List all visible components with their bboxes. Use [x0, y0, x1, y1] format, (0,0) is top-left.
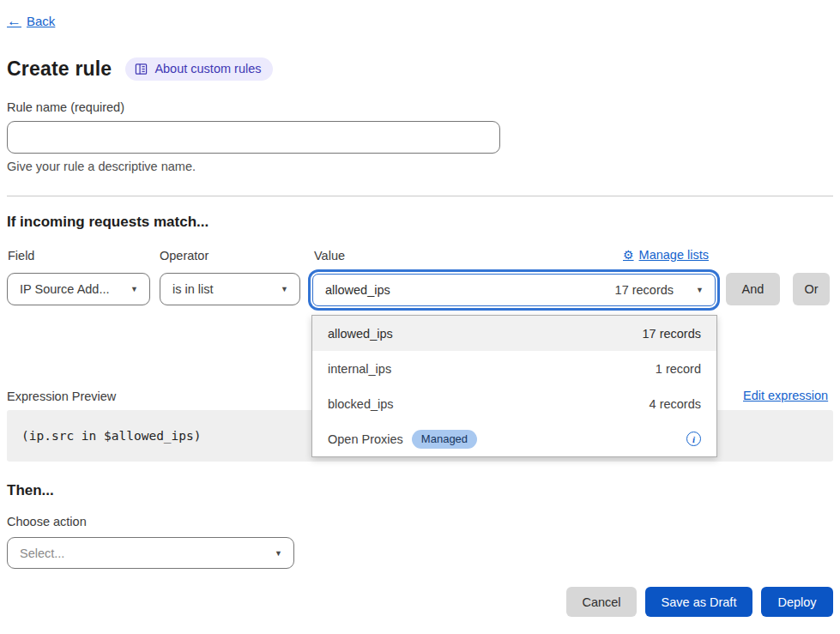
- back-arrow-icon: ←: [7, 14, 21, 28]
- operator-label: Operator: [160, 249, 208, 263]
- rule-name-label: Rule name (required): [7, 100, 124, 114]
- operator-select-value: is in list: [172, 282, 214, 296]
- value-label: Value: [314, 249, 345, 263]
- or-button[interactable]: Or: [793, 273, 830, 305]
- list-dropdown-panel: allowed_ips 17 records internal_ips 1 re…: [311, 315, 717, 457]
- save-as-draft-button[interactable]: Save as Draft: [645, 587, 752, 617]
- value-combobox[interactable]: allowed_ips 17 records ▼: [312, 274, 716, 306]
- about-badge-label: About custom rules: [154, 62, 261, 75]
- chevron-down-icon: ▼: [130, 285, 138, 293]
- value-combobox-selected: allowed_ips: [325, 283, 390, 297]
- info-icon[interactable]: i: [686, 432, 701, 446]
- managed-badge: Managed: [412, 430, 477, 449]
- chevron-down-icon: ▼: [281, 285, 288, 293]
- choose-action-label: Choose action: [7, 515, 87, 528]
- action-select[interactable]: Select... ▼: [7, 537, 294, 569]
- list-option-name: blocked_ips: [328, 397, 394, 411]
- field-label: Field: [8, 249, 34, 263]
- field-select-value: IP Source Add...: [20, 282, 110, 296]
- list-option-meta: 17 records: [642, 327, 701, 341]
- back-link[interactable]: ←Back: [7, 14, 55, 28]
- action-select-placeholder: Select...: [20, 546, 64, 560]
- gear-icon: ⚙: [623, 249, 634, 261]
- expression-preview-label: Expression Preview: [7, 389, 116, 403]
- page-title: Create rule: [7, 57, 112, 81]
- manage-lists-label: Manage lists: [639, 248, 709, 262]
- rule-name-helper: Give your rule a descriptive name.: [7, 160, 196, 173]
- book-icon: [135, 63, 148, 75]
- list-option-name: Open Proxies: [328, 432, 403, 446]
- chevron-down-icon: ▼: [275, 549, 282, 558]
- list-option-name: internal_ips: [328, 362, 391, 376]
- list-option-internal-ips[interactable]: internal_ips 1 record: [312, 351, 716, 386]
- list-option-name: allowed_ips: [328, 327, 393, 341]
- list-option-meta: 1 record: [656, 362, 701, 376]
- section-divider: [7, 196, 833, 196]
- back-label: Back: [27, 14, 55, 28]
- list-option-open-proxies[interactable]: Open Proxies Managed i: [312, 421, 716, 456]
- list-option-blocked-ips[interactable]: blocked_ips 4 records: [312, 386, 716, 421]
- expression-code: (ip.src in $allowed_ips): [21, 429, 202, 443]
- edit-expression-link[interactable]: Edit expression: [743, 389, 828, 402]
- list-option-allowed-ips[interactable]: allowed_ips 17 records: [312, 316, 716, 351]
- and-button[interactable]: And: [726, 273, 780, 305]
- then-heading: Then...: [7, 482, 54, 499]
- list-option-meta: 4 records: [650, 397, 701, 411]
- chevron-down-icon: ▼: [696, 286, 704, 294]
- deploy-button[interactable]: Deploy: [761, 587, 833, 617]
- cancel-button[interactable]: Cancel: [566, 587, 637, 617]
- about-custom-rules-badge[interactable]: About custom rules: [125, 57, 272, 81]
- operator-select[interactable]: is in list ▼: [160, 273, 300, 305]
- rule-name-input[interactable]: [7, 121, 500, 154]
- manage-lists-link[interactable]: ⚙Manage lists: [623, 248, 709, 262]
- value-combobox-meta: 17 records: [615, 283, 674, 297]
- field-select[interactable]: IP Source Add... ▼: [7, 273, 150, 305]
- match-heading: If incoming requests match...: [7, 214, 208, 231]
